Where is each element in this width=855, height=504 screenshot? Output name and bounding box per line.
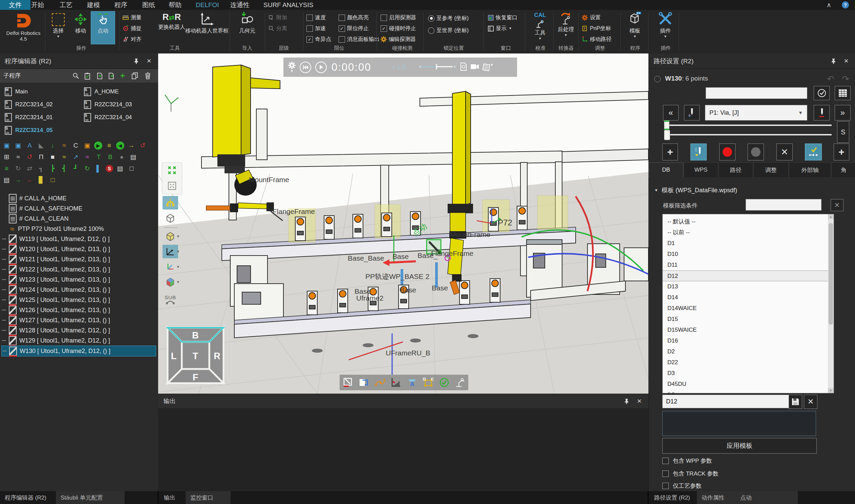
statement-toolbar-row4[interactable]: ▤→←▊□ <box>2 175 57 184</box>
copy-icon[interactable] <box>130 71 139 80</box>
add-program-icon[interactable]: + <box>118 71 127 80</box>
menu-help[interactable]: 帮助 <box>165 0 185 10</box>
restore-window-button[interactable]: 恢复窗口 <box>487 13 517 22</box>
subprogram-main[interactable]: MMain <box>5 86 28 97</box>
statement-row[interactable]: # CALL A_CLEAN <box>1 214 156 224</box>
snap-button[interactable]: 捕捉 <box>123 24 142 33</box>
delete-template-button[interactable]: ✕ <box>804 395 817 409</box>
swap-robot-button[interactable]: R⇄R 更换机器人 <box>157 11 187 44</box>
limit-graph-icon[interactable] <box>390 377 402 388</box>
export-program-icon[interactable] <box>107 71 115 80</box>
close-icon[interactable]: ✕ <box>842 57 851 65</box>
animation-export-button[interactable]: ▼ <box>482 64 493 71</box>
menu-delfoi-active[interactable]: DELFOI <box>192 0 222 10</box>
template-button[interactable]: 模板▼ <box>624 11 646 44</box>
menu-surf-analysis[interactable]: SURF ANALYSIS <box>260 0 317 10</box>
path-radio[interactable] <box>654 76 661 82</box>
import-program-icon[interactable] <box>95 71 104 80</box>
playback-settings-button[interactable]: ▼ <box>288 61 296 73</box>
frame-display-button[interactable]: ▼ <box>162 245 178 258</box>
tab-path-settings[interactable]: 路径设置 (R2) <box>649 491 695 504</box>
tab-program-editor[interactable]: 程序编辑器 (R2) <box>0 491 51 504</box>
speed-checkbox[interactable]: 速度 <box>306 13 326 22</box>
move-path-button[interactable]: 移动路径 <box>582 35 611 44</box>
edit-detector-button[interactable]: 编辑探测器 <box>380 35 416 44</box>
statement-row-selected[interactable]: W130 [ Utool1, Uframe2, D12, () ] <box>1 346 156 356</box>
apply-template-button[interactable]: 应用模板 <box>662 438 817 454</box>
tab-adjust[interactable]: 调整 <box>753 162 789 177</box>
subprogram-r2zc3214-05-selected[interactable]: SR2ZC3214_05 <box>5 125 53 136</box>
template-description-box[interactable] <box>662 411 816 436</box>
menu-modeling[interactable]: 建模 <box>84 0 103 10</box>
torch-to-point-button[interactable] <box>691 144 707 160</box>
check-status-icon[interactable] <box>439 377 450 388</box>
menu-drawing[interactable]: 图纸 <box>139 0 159 10</box>
render-mode-button[interactable]: ▼ <box>162 230 178 243</box>
subprogram-r2zc3214-04[interactable]: SR2ZC3214_04 <box>84 112 132 123</box>
message-panel-checkbox[interactable]: 消息面板输出 <box>339 35 379 44</box>
redo-icon[interactable]: ↷ <box>842 74 849 84</box>
statement-row[interactable]: W121 [ Utool1, Uframe2, D13, () ] <box>1 254 156 264</box>
tab-db[interactable]: DB <box>649 162 683 177</box>
list-item[interactable]: D3 <box>663 368 834 379</box>
coord-cube-button[interactable]: ▼ <box>162 275 178 289</box>
plugin-button[interactable]: 插件▼ <box>654 11 677 44</box>
post-process-button[interactable]: 后处理▼ <box>555 11 576 44</box>
save-template-button[interactable] <box>789 395 802 409</box>
to-reference-radio[interactable]: 至参考 (坐标) <box>428 14 469 23</box>
tab-staubli-config[interactable]: Stäubli 单元配置 <box>56 491 125 504</box>
path-points-icon[interactable] <box>374 377 386 388</box>
scrollbar[interactable]: ▲ ▼ <box>828 214 834 393</box>
statement-row[interactable]: ≈PTP P72 Utool1 Uframe2 100% <box>1 224 156 234</box>
annotation-icon[interactable]: A <box>406 377 418 388</box>
viewport-3d[interactable]: MountFrame FlangeFrame Base_Base Base Ba… <box>158 53 648 394</box>
confirm-button[interactable] <box>814 86 830 100</box>
torch-next-button[interactable] <box>814 105 830 121</box>
jog-button[interactable]: 点动 <box>91 11 115 44</box>
record-point-button[interactable] <box>719 144 735 160</box>
menu-connectivity[interactable]: 连通性 <box>227 0 253 10</box>
menu-file[interactable]: 文件 <box>0 0 31 10</box>
statement-toolbar-row2[interactable]: ⊞≈↺Π■≈↗≈TB●▤ <box>2 152 138 161</box>
append-point-button[interactable]: + <box>834 144 849 160</box>
statement-row[interactable]: W129 [ Utool1, Uframe2, D12, () ] <box>1 336 156 346</box>
point-select-dropdown[interactable]: P1: Via, [J] ▼ <box>705 105 807 121</box>
validate-path-button[interactable] <box>805 144 822 160</box>
statement-row[interactable]: # CALL A_SAFEHOME <box>1 203 156 214</box>
move-button[interactable]: 移动 <box>70 11 91 44</box>
detach-button[interactable]: 分离 <box>268 24 287 33</box>
tab-path[interactable]: 路径 <box>718 162 753 177</box>
statement-row[interactable]: W120 [ Utool1, Uframe2, D13, () ] <box>1 244 156 254</box>
weld-tool-icon[interactable] <box>342 377 354 388</box>
settings-button[interactable]: 设置 <box>582 13 601 22</box>
selection-frame-icon[interactable] <box>422 377 434 388</box>
template-name-input[interactable] <box>662 395 789 408</box>
clear-filter-button[interactable]: ✕ <box>831 199 843 211</box>
template-filter-input[interactable] <box>746 199 821 211</box>
tab-monitor-window[interactable]: 监控窗口 <box>185 491 231 504</box>
close-icon[interactable]: ✕ <box>145 57 154 65</box>
snap-tool-button[interactable] <box>162 196 178 210</box>
pin-icon[interactable] <box>829 57 838 65</box>
list-item[interactable]: D45DU <box>663 379 834 390</box>
pin-icon[interactable] <box>622 397 631 405</box>
robot-config-icon[interactable] <box>455 377 466 388</box>
torch-prev-button[interactable] <box>684 105 699 121</box>
list-item[interactable]: -- 以前 -- <box>663 227 834 238</box>
list-item[interactable]: -- 默认值 -- <box>663 216 834 227</box>
record-disabled-button[interactable] <box>748 144 764 160</box>
list-item[interactable]: D1 <box>663 238 834 249</box>
help-icon[interactable]: ? <box>842 1 849 8</box>
include-wpp-checkbox[interactable]: 包含 WPP 参数 <box>662 457 712 465</box>
template-section-header[interactable]: ▼ 模板 (WPS_DataFile.wpsdf) <box>654 186 737 194</box>
calibration-tool-button[interactable]: CAL 工具▼ <box>528 11 552 44</box>
scroll-up-icon[interactable]: ▲ <box>828 214 834 219</box>
program-doc-icon[interactable] <box>358 377 370 388</box>
menu-process[interactable]: 工艺 <box>56 0 76 10</box>
include-track-checkbox[interactable]: 包含 TRACK 参数 <box>662 470 718 478</box>
point-name-input[interactable] <box>706 87 807 99</box>
next-point-button[interactable]: » <box>835 105 851 121</box>
delete-point-button[interactable]: ✕ <box>777 144 793 160</box>
tab-jog[interactable]: 点动 <box>740 494 752 502</box>
pnp-coords-button[interactable]: PnP坐标 <box>582 24 611 33</box>
